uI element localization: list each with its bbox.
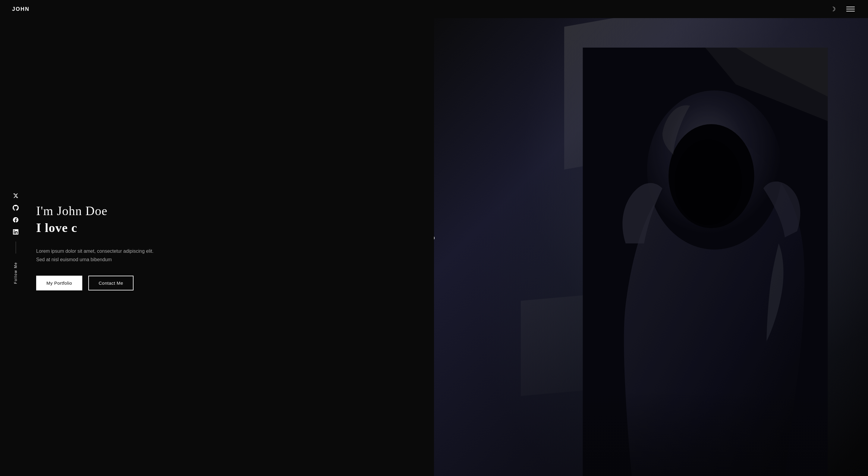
twitter-link[interactable]: [12, 192, 19, 199]
facebook-link[interactable]: [12, 216, 19, 224]
portfolio-button[interactable]: My Portfolio: [36, 276, 82, 290]
header-right: ☽: [828, 4, 856, 14]
linkedin-link[interactable]: [12, 228, 19, 235]
hero-content: I'm John Doe I love c Lorem ipsum dolor …: [0, 186, 163, 290]
github-link[interactable]: [12, 204, 19, 212]
dot-indicator: [434, 236, 435, 240]
linkedin-icon: [13, 229, 19, 235]
theme-toggle-button[interactable]: ☽: [828, 4, 838, 14]
contact-button[interactable]: Contact Me: [88, 276, 133, 290]
svg-rect-7: [583, 47, 828, 476]
hamburger-line-2: [846, 9, 855, 9]
right-panel: [434, 0, 868, 476]
hamburger-menu-button[interactable]: [845, 5, 856, 13]
twitter-icon: [13, 193, 19, 198]
github-icon: [13, 205, 19, 211]
hero-description: Lorem ipsum dolor sit amet, consectetur …: [36, 247, 163, 263]
background-image: [434, 0, 868, 476]
main-layout: Follow Me I'm John Doe I love c Lorem ip…: [0, 0, 868, 476]
left-panel: Follow Me I'm John Doe I love c Lorem ip…: [0, 0, 434, 476]
follow-label: Follow Me: [13, 262, 18, 284]
facebook-icon: [13, 217, 19, 223]
header: JOHN ☽: [0, 0, 868, 18]
hooded-figure: [564, 47, 846, 476]
hero-name: I'm John Doe: [36, 204, 163, 218]
logo: JOHN: [12, 6, 30, 12]
hero-buttons: My Portfolio Contact Me: [36, 276, 163, 290]
hero-tagline: I love c: [36, 221, 163, 235]
social-sidebar: Follow Me: [12, 192, 19, 284]
hamburger-line-1: [846, 7, 855, 7]
hamburger-line-3: [846, 11, 855, 11]
